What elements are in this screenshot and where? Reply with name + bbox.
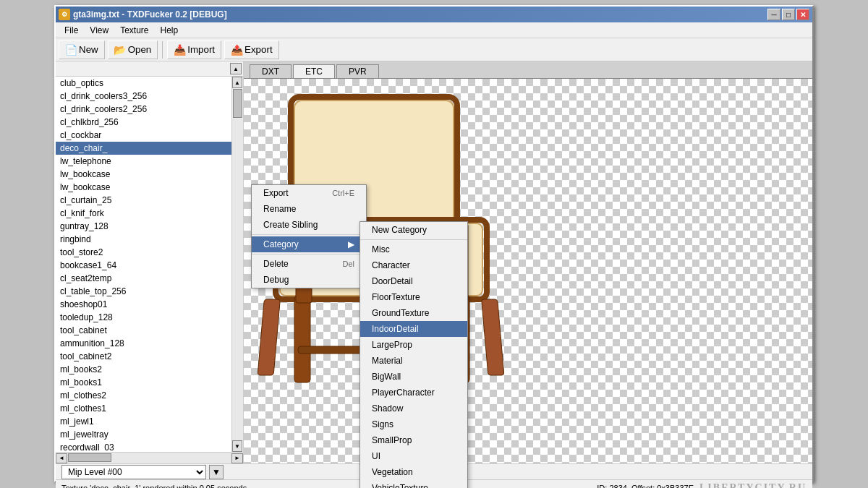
submenu-vehicletexture[interactable]: VehicleTexture xyxy=(360,480,467,488)
list-item[interactable]: cl_curtain_25 xyxy=(56,194,231,207)
ctx-debug[interactable]: Debug xyxy=(252,272,366,288)
status-id: ID: 2834, Offset: 0x3B337E xyxy=(597,484,694,489)
submenu-indoordetail[interactable]: IndoorDetail xyxy=(360,321,467,337)
menu-view[interactable]: View xyxy=(84,24,114,37)
open-label: Open xyxy=(128,44,152,55)
close-button[interactable]: ✕ xyxy=(796,9,809,20)
submenu-new-category[interactable]: New Category xyxy=(360,222,467,238)
ctx-export[interactable]: Export Ctrl+E xyxy=(252,185,366,201)
toolbar-sep-1 xyxy=(162,41,163,59)
submenu-misc[interactable]: Misc xyxy=(360,241,467,257)
list-item[interactable]: recordwall_03 xyxy=(56,441,231,452)
hscroll-thumb[interactable] xyxy=(68,453,111,462)
import-icon: 📥 xyxy=(174,44,185,56)
status-left: Texture 'deco_chair_1' rendered within 0… xyxy=(61,484,249,489)
list-item[interactable]: lw_bookcase xyxy=(56,181,231,194)
hscroll-track xyxy=(67,453,231,463)
submenu-material[interactable]: Material xyxy=(360,353,467,369)
list-item[interactable]: cl_drink_coolers3_256 xyxy=(56,90,231,103)
list-item[interactable]: cl_cockbar xyxy=(56,129,231,142)
submenu-signs[interactable]: Signs xyxy=(360,416,467,432)
list-item[interactable]: ml_jeweltray xyxy=(56,428,231,441)
ctx-delete[interactable]: Delete Del xyxy=(252,256,366,272)
context-menu: Export Ctrl+E Rename Create Sibling Cate… xyxy=(251,184,367,288)
vscroll-up[interactable]: ▲ xyxy=(232,77,242,88)
list-item[interactable]: cl_table_top_256 xyxy=(56,285,231,298)
ctx-category[interactable]: Category ▶ xyxy=(252,236,366,252)
list-item[interactable]: ml_clothes2 xyxy=(56,389,231,402)
menu-help[interactable]: Help xyxy=(155,24,184,37)
list-item[interactable]: bookcase1_64 xyxy=(56,259,231,272)
submenu-groundtexture[interactable]: GroundTexture xyxy=(360,305,467,321)
list-item[interactable]: ml_jewl1 xyxy=(56,415,231,428)
hscroll-left[interactable]: ◄ xyxy=(56,453,67,463)
list-item[interactable]: club_optics xyxy=(56,77,231,90)
submenu-largeprop[interactable]: LargeProp xyxy=(360,337,467,353)
vertical-scrollbar[interactable]: ▲ ▼ xyxy=(231,77,243,452)
mip-level-select[interactable]: Mip Level #00 xyxy=(61,465,206,479)
list-item[interactable]: tooledup_128 xyxy=(56,311,231,324)
list-item[interactable]: ml_clothes1 xyxy=(56,402,231,415)
list-item[interactable]: tool_cabinet xyxy=(56,324,231,337)
list-item[interactable]: ml_books1 xyxy=(56,376,231,389)
open-button[interactable]: 📂 Open xyxy=(108,40,158,59)
new-icon: 📄 xyxy=(65,44,77,56)
submenu-playercharacter[interactable]: PlayerCharacter xyxy=(360,385,467,401)
submenu-bigwall[interactable]: BigWall xyxy=(360,369,467,385)
ctx-rename[interactable]: Rename xyxy=(252,201,366,217)
list-item[interactable]: tool_store2 xyxy=(56,246,231,259)
ctx-sep-2 xyxy=(252,254,366,254)
tab-dxt[interactable]: DXT xyxy=(250,64,292,78)
submenu-sep-1 xyxy=(360,239,467,240)
vscroll-down[interactable]: ▼ xyxy=(232,440,242,452)
import-button[interactable]: 📥 Import xyxy=(167,40,221,59)
titlebar: ⚙ gta3img.txt - TXDFucker 0.2 [DEBUG] ─ … xyxy=(56,7,812,22)
submenu-ui[interactable]: UI xyxy=(360,448,467,464)
list-item[interactable]: ammunition_128 xyxy=(56,337,231,350)
titlebar-buttons: ─ □ ✕ xyxy=(767,9,809,20)
list-item[interactable]: cl_knif_fork xyxy=(56,207,231,220)
titlebar-left: ⚙ gta3img.txt - TXDFucker 0.2 [DEBUG] xyxy=(59,9,227,20)
horizontal-scrollbar: ◄ ► xyxy=(56,452,243,463)
list-item[interactable]: lw_telephone xyxy=(56,155,231,168)
submenu-shadow[interactable]: Shadow xyxy=(360,401,467,416)
menu-file[interactable]: File xyxy=(59,24,84,37)
submenu-doordetail[interactable]: DoorDetail xyxy=(360,273,467,289)
list-item[interactable]: deco_chair_ xyxy=(56,142,231,155)
submenu-character[interactable]: Character xyxy=(360,257,467,273)
list-item[interactable]: cl_seat2temp xyxy=(56,272,231,285)
scroll-up-arrow[interactable]: ▲ xyxy=(230,63,242,74)
toolbar: 📄 New 📂 Open 📥 Import 📤 Export xyxy=(56,38,812,61)
tab-pvr[interactable]: PVR xyxy=(336,64,379,78)
export-icon: 📤 xyxy=(231,44,242,56)
list-item[interactable]: ringbind xyxy=(56,233,231,246)
submenu-vegetation[interactable]: Vegetation xyxy=(360,464,467,480)
svg-rect-7 xyxy=(482,299,504,375)
hscroll-right[interactable]: ► xyxy=(231,453,243,463)
liberty-city-logo: LIBERTYCITY.RU xyxy=(699,482,807,489)
submenu-floortexture[interactable]: FloorTexture xyxy=(360,289,467,305)
list-item[interactable]: cl_drink_coolers2_256 xyxy=(56,103,231,116)
mip-dropdown-arrow[interactable]: ▼ xyxy=(209,465,224,479)
list-item[interactable]: cl_chlkbrd_256 xyxy=(56,116,231,129)
ctx-create-sibling[interactable]: Create Sibling xyxy=(252,217,366,233)
list-item[interactable]: ml_books2 xyxy=(56,363,231,376)
app-icon: ⚙ xyxy=(59,9,70,20)
list-item[interactable]: lw_bookcase xyxy=(56,168,231,181)
list-item[interactable]: tool_cabinet2 xyxy=(56,350,231,363)
submenu-category: New Category Misc Character DoorDetail F… xyxy=(359,221,468,488)
main-content: ▲ club_opticscl_drink_coolers3_256cl_dri… xyxy=(56,61,812,463)
submenu-smallprop[interactable]: SmallProp xyxy=(360,432,467,448)
vscroll-thumb[interactable] xyxy=(233,89,242,118)
tab-etc[interactable]: ETC xyxy=(293,64,335,79)
menubar: File View Texture Help xyxy=(56,22,812,38)
menu-texture[interactable]: Texture xyxy=(114,24,154,37)
list-item[interactable]: guntray_128 xyxy=(56,220,231,233)
minimize-button[interactable]: ─ xyxy=(767,9,780,20)
svg-rect-6 xyxy=(258,299,280,375)
list-item[interactable]: shoeshop01 xyxy=(56,298,231,311)
list-header: ▲ xyxy=(56,61,243,77)
maximize-button[interactable]: □ xyxy=(782,9,795,20)
new-button[interactable]: 📄 New xyxy=(59,40,105,59)
export-button[interactable]: 📤 Export xyxy=(224,40,279,59)
